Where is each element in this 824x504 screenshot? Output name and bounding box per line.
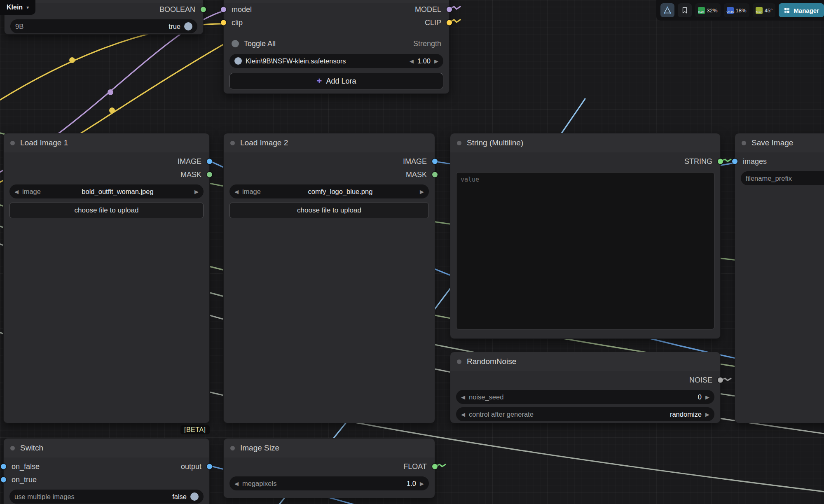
node-load-image-1[interactable]: Load Image 1 IMAGE MASK ◀ image bold_out… [3,133,210,423]
string-output-dot[interactable] [718,159,723,164]
node-save-image[interactable]: Save Image images filename_prefix [735,133,824,423]
upload-button[interactable]: choose file to upload [9,203,204,218]
arrow-left-icon[interactable]: ◀ [14,189,19,194]
node-title[interactable]: Load Image 1 [4,133,209,152]
collapse-dot-icon[interactable] [10,141,15,145]
node-image-size[interactable]: Image Size FLOAT ◀ megapixels 1.0 ▶ [223,438,435,498]
upload-button[interactable]: choose file to upload [229,203,429,218]
widget-value: comfy_logo_blue.png [265,188,416,196]
plus-icon: + [317,77,322,86]
node-string-multiline[interactable]: String (Multiline) STRING [450,133,721,339]
node-graph-canvas[interactable]: BOOLEAN 9B true model MODEL clip CLIP To… [0,0,824,504]
workflow-menu-button[interactable]: Klein ▾ [0,0,35,15]
arrow-right-icon[interactable]: ▶ [705,394,709,400]
use-multiple-images-toggle[interactable]: use multiple images false [9,490,204,504]
collapse-dot-icon[interactable] [457,359,461,364]
boolean-output-dot[interactable] [201,7,206,12]
on-true-input-dot[interactable] [1,477,6,483]
temp-value: 45° [765,7,773,14]
node-load-image-2[interactable]: Load Image 2 IMAGE MASK ◀ image comfy_lo… [223,133,435,423]
bookmark-button[interactable] [678,3,692,17]
on-false-slot-row: on_false output [4,460,209,473]
node-title[interactable]: Switch [4,439,209,457]
node-title[interactable]: RandomNoise [450,352,720,371]
arrow-left-icon[interactable]: ◀ [461,394,465,400]
model-output-dot[interactable] [447,7,452,12]
image-output-dot[interactable] [207,159,212,164]
node-switch[interactable]: Switch on_false output on_true use multi… [3,438,210,504]
puzzle-icon [784,7,790,14]
noise-seed-widget[interactable]: ◀ noise_seed 0 ▶ [456,390,714,404]
widget-label: megapixels [242,480,276,488]
node-title[interactable]: Load Image 2 [224,133,435,152]
model-input-dot[interactable] [221,7,226,12]
image-output-row: IMAGE [4,155,209,168]
vram-value: 18% [736,7,747,14]
node-title[interactable]: String (Multiline) [450,133,720,152]
lora-strength-value: 1.00 [417,57,431,65]
graph-icon [663,6,672,15]
image-combo-widget[interactable]: ◀ image comfy_logo_blue.png ▶ [229,184,429,198]
node-title-label: Save Image [751,138,793,147]
megapixels-widget[interactable]: ◀ megapixels 1.0 ▶ [229,476,429,490]
control-after-generate-widget[interactable]: ◀ control after generate randomize ▶ [456,407,714,421]
images-input-dot[interactable] [732,159,737,164]
boolean-toggle-widget[interactable]: 9B true [10,19,197,33]
noise-output-dot[interactable] [718,378,723,383]
widget-label: noise_seed [469,393,503,401]
node-title-label: Load Image 2 [240,138,288,147]
arrow-right-icon[interactable]: ▶ [434,58,438,64]
widget-label: use multiple images [14,493,75,501]
multiline-text-input[interactable] [456,172,714,329]
add-lora-button[interactable]: + Add Lora [229,73,443,89]
arrow-right-icon[interactable]: ▶ [420,481,424,486]
clip-output-dot[interactable] [447,20,452,26]
on-false-input-dot[interactable] [1,464,6,469]
node-random-noise[interactable]: RandomNoise NOISE ◀ noise_seed 0 ▶ ◀ con… [450,352,721,423]
widget-value: true [27,23,180,30]
lora-enabled-knob[interactable] [234,57,242,65]
noise-output-row: NOISE [450,373,720,387]
toggle-knob[interactable] [190,492,199,501]
manager-button[interactable]: Manager [779,3,824,17]
arrow-right-icon[interactable]: ▶ [194,189,199,194]
collapse-dot-icon[interactable] [10,446,15,450]
output-dot[interactable] [207,464,212,469]
arrow-right-icon[interactable]: ▶ [420,189,424,194]
ram-value: 32% [707,7,718,14]
widget-value: randomize [537,411,702,418]
node-title-label: Image Size [240,443,279,453]
workflow-graph-button[interactable] [660,3,674,17]
node-title-label: Switch [20,443,43,453]
output-label: output [181,462,201,471]
collapse-dot-icon[interactable] [457,141,461,145]
float-output-row: FLOAT [224,460,435,473]
collapse-dot-icon[interactable] [230,141,235,145]
mask-output-dot[interactable] [207,172,212,177]
collapse-dot-icon[interactable] [742,141,746,145]
float-output-dot[interactable] [432,464,438,469]
arrow-right-icon[interactable]: ▶ [705,412,709,417]
filename-prefix-widget[interactable]: filename_prefix [741,171,824,185]
widget-value: bold_outfit_woman.jpeg [44,188,191,196]
widget-label: image [22,188,41,196]
arrow-left-icon[interactable]: ◀ [410,58,414,64]
image-output-dot[interactable] [432,159,438,164]
arrow-left-icon[interactable]: ◀ [461,412,465,417]
arrow-left-icon[interactable]: ◀ [234,189,239,194]
mask-output-dot[interactable] [432,172,438,177]
toggle-knob[interactable] [184,22,192,30]
widget-value: 1.0 [280,480,416,488]
lora-entry-widget[interactable]: Klein\9B\NSFW-klein.safetensors ◀ 1.00 ▶ [229,54,443,68]
node-lora-loader[interactable]: model MODEL clip CLIP Toggle All Strengt… [223,0,449,94]
lora-name: Klein\9B\NSFW-klein.safetensors [246,57,406,65]
arrow-left-icon[interactable]: ◀ [234,481,239,486]
toggle-all-knob[interactable] [232,40,239,47]
image-combo-widget[interactable]: ◀ image bold_outfit_woman.jpeg ▶ [9,184,204,198]
clip-input-dot[interactable] [221,20,226,26]
on-true-slot-row: on_true [4,473,209,486]
node-title[interactable]: Save Image [735,133,824,152]
collapse-dot-icon[interactable] [230,446,235,450]
node-title[interactable] [224,0,449,3]
node-title[interactable]: Image Size [224,439,435,457]
